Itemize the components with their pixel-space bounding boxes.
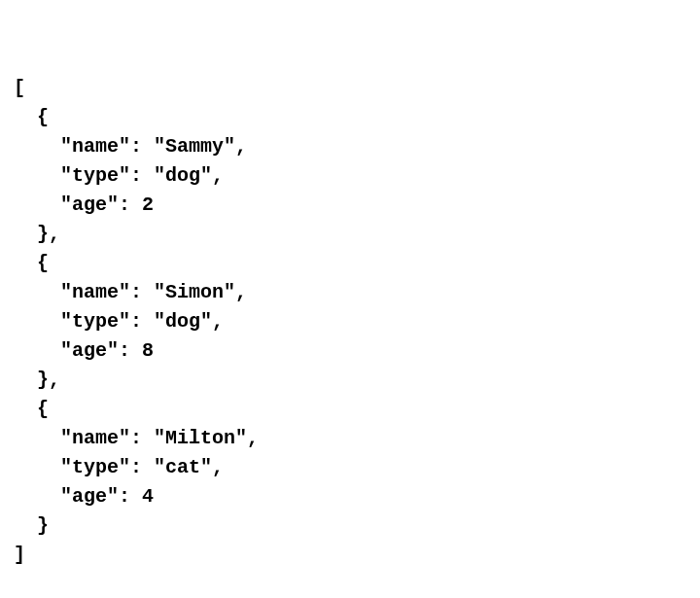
code-line: }	[14, 514, 49, 537]
code-line: {	[14, 252, 49, 274]
code-line: ]	[14, 544, 25, 566]
code-line: "type": "dog",	[14, 164, 224, 187]
code-line: },	[14, 369, 60, 391]
code-line: {	[14, 106, 49, 128]
code-line: [	[14, 77, 25, 99]
code-line: "type": "dog",	[14, 310, 224, 333]
code-line: "type": "cat",	[14, 456, 224, 478]
code-line: "name": "Simon",	[14, 281, 247, 303]
code-block: [ { "name": "Sammy", "type": "dog", "age…	[14, 74, 686, 570]
code-line: },	[14, 223, 60, 245]
code-line: "age": 4	[14, 485, 154, 508]
code-line: "name": "Sammy",	[14, 135, 247, 158]
code-line: {	[14, 398, 49, 420]
code-line: "age": 8	[14, 339, 154, 362]
code-line: "age": 2	[14, 193, 154, 216]
code-line: "name": "Milton",	[14, 427, 259, 449]
